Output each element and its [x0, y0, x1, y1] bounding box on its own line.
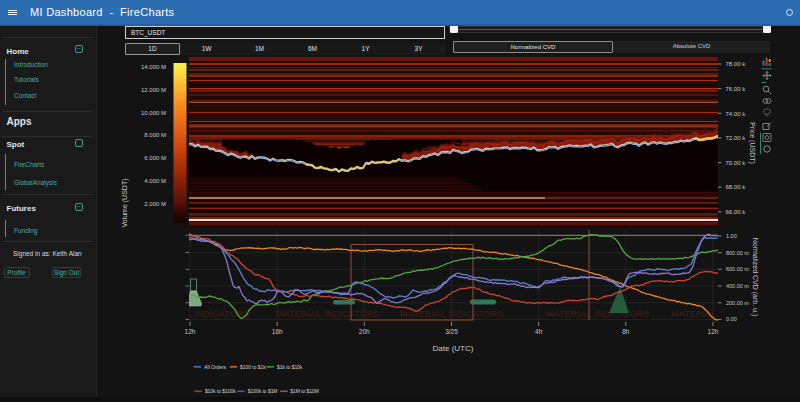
svg-text:$1k to $10k: $1k to $10k [277, 365, 303, 370]
svg-text:MATERIAL INDICATORS: MATERIAL INDICATORS [546, 309, 649, 319]
svg-text:20h: 20h [359, 328, 370, 335]
svg-text:200.00 m: 200.00 m [726, 300, 749, 306]
svg-text:14.000 M: 14.000 M [141, 64, 166, 70]
svg-text:0.00: 0.00 [726, 316, 737, 322]
svg-text:$100 to $1k: $100 to $1k [240, 365, 266, 370]
svg-text:6.000 M: 6.000 M [144, 155, 166, 161]
svg-text:MATERIAL INDICATORS: MATERIAL INDICATORS [400, 309, 503, 319]
svg-text:74.00 k: 74.00 k [726, 111, 747, 117]
svg-text:4.000 M: 4.000 M [144, 178, 166, 184]
svg-text:Normalized CVD (arb. u.): Normalized CVD (arb. u.) [751, 238, 759, 317]
svg-text:All Orders: All Orders [204, 365, 226, 370]
svg-text:16h: 16h [272, 328, 283, 335]
svg-text:72.00 k: 72.00 k [726, 135, 747, 141]
svg-text:800.00 m: 800.00 m [726, 250, 749, 256]
svg-text:600.00 m: 600.00 m [726, 266, 749, 272]
svg-text:4h: 4h [535, 328, 543, 335]
svg-text:400.00 m: 400.00 m [726, 283, 749, 289]
svg-text:12h: 12h [185, 328, 196, 335]
svg-text:66.00 k: 66.00 k [726, 209, 747, 215]
svg-text:2.000 M: 2.000 M [144, 201, 166, 207]
svg-text:$1M to $10M: $1M to $10M [290, 389, 319, 394]
svg-text:3/25: 3/25 [445, 328, 458, 335]
svg-text:1.00: 1.00 [726, 233, 737, 239]
svg-text:8.000 M: 8.000 M [144, 132, 166, 138]
svg-text:10.000 M: 10.000 M [141, 110, 166, 116]
svg-text:Volume (USDT): Volume (USDT) [121, 178, 129, 227]
svg-text:8h: 8h [622, 328, 630, 335]
svg-text:$10k to $100k: $10k to $100k [205, 389, 236, 394]
svg-text:12h: 12h [708, 328, 719, 335]
svg-text:Date (UTC): Date (UTC) [433, 344, 474, 353]
svg-text:68.00 k: 68.00 k [726, 184, 747, 190]
svg-text:$100k to $1M: $100k to $1M [248, 389, 278, 394]
svg-text:70.00 k: 70.00 k [726, 160, 747, 166]
svg-text:76.00 k: 76.00 k [726, 86, 747, 92]
svg-text:MATERIAL INDICATORS: MATERIAL INDICATORS [276, 309, 379, 319]
svg-text:MATERIAL INDICATORS: MATERIAL INDICATORS [146, 309, 249, 319]
svg-text:Price (USDT): Price (USDT) [748, 122, 756, 164]
svg-text:78.00 k: 78.00 k [726, 61, 747, 67]
svg-text:12.000 M: 12.000 M [141, 87, 166, 93]
